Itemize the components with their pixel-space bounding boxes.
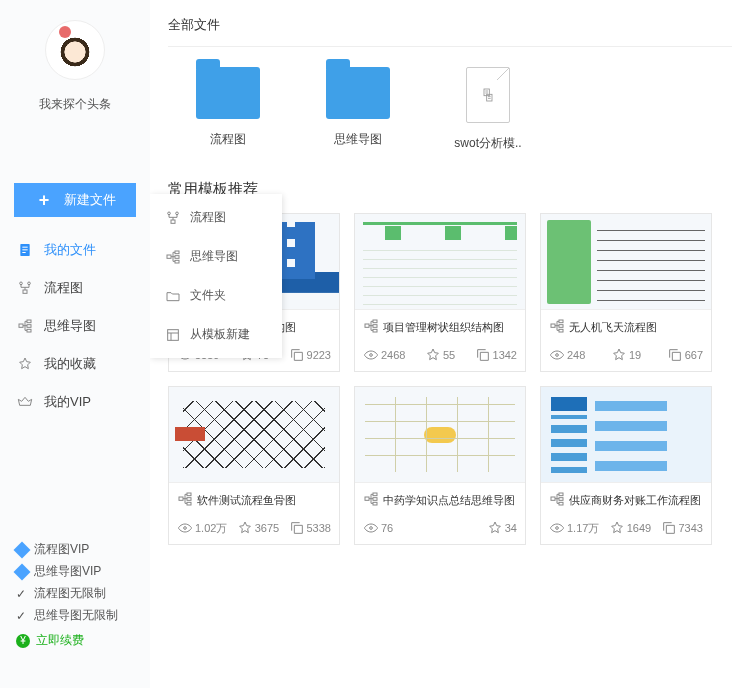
sidebar-item-2[interactable]: 思维导图 bbox=[0, 307, 150, 345]
svg-rect-43 bbox=[373, 498, 377, 501]
sidebar-item-1[interactable]: 流程图 bbox=[0, 269, 150, 307]
svg-rect-26 bbox=[365, 324, 369, 327]
svg-point-50 bbox=[556, 527, 559, 530]
nav-label: 思维导图 bbox=[44, 317, 96, 335]
sidebar-item-4[interactable]: 我的VIP bbox=[0, 383, 150, 421]
svg-point-5 bbox=[28, 282, 31, 285]
nav-label: 我的收藏 bbox=[44, 355, 96, 373]
template-card[interactable]: 中药学知识点总结思维导图7634 bbox=[354, 386, 526, 545]
copies: 667 bbox=[667, 347, 703, 363]
template-card[interactable]: 项目管理树状组织结构图2468551342 bbox=[354, 213, 526, 372]
popup-item-2[interactable]: 文件夹 bbox=[150, 276, 282, 315]
svg-rect-9 bbox=[27, 325, 31, 328]
nav-label: 我的文件 bbox=[44, 241, 96, 259]
svg-rect-7 bbox=[19, 324, 23, 327]
template-stats: 1.02万36755338 bbox=[169, 516, 339, 544]
template-thumbnail bbox=[541, 387, 711, 483]
template-card[interactable]: 无人机飞天流程图24819667 bbox=[540, 213, 712, 372]
svg-point-12 bbox=[176, 212, 179, 215]
flowchart-icon bbox=[16, 279, 34, 297]
svg-rect-28 bbox=[373, 325, 377, 328]
nav-label: 流程图 bbox=[44, 279, 83, 297]
nav-label: 我的VIP bbox=[44, 393, 91, 411]
folder-label: 流程图 bbox=[188, 131, 268, 148]
svg-rect-46 bbox=[551, 497, 555, 500]
views: 76 bbox=[363, 520, 393, 536]
likes: 3675 bbox=[237, 520, 279, 536]
avatar[interactable] bbox=[0, 10, 150, 86]
template-stats: 2468551342 bbox=[355, 343, 525, 371]
svg-rect-2 bbox=[22, 249, 27, 250]
views: 248 bbox=[549, 347, 585, 363]
template-thumbnail bbox=[355, 214, 525, 310]
flowchart-icon bbox=[164, 210, 182, 226]
folder-item[interactable]: 思维导图 bbox=[318, 67, 398, 152]
copies: 5338 bbox=[289, 520, 331, 536]
likes: 55 bbox=[425, 347, 455, 363]
svg-rect-18 bbox=[168, 329, 179, 340]
renew-button[interactable]: ¥立即续费 bbox=[16, 632, 134, 649]
svg-point-40 bbox=[184, 527, 187, 530]
svg-rect-42 bbox=[373, 493, 377, 496]
new-file-button[interactable]: + 新建文件 bbox=[14, 183, 136, 217]
template-thumbnail bbox=[355, 387, 525, 483]
star-icon bbox=[16, 355, 34, 373]
breadcrumb[interactable]: 全部文件 bbox=[168, 16, 732, 47]
template-stats: 1.17万16497343 bbox=[541, 516, 711, 544]
svg-rect-41 bbox=[365, 497, 369, 500]
crown-icon bbox=[16, 393, 34, 411]
template-card[interactable]: 软件测试流程鱼骨图1.02万36755338 bbox=[168, 386, 340, 545]
file-icon bbox=[16, 241, 34, 259]
views: 1.02万 bbox=[177, 520, 227, 536]
svg-rect-33 bbox=[559, 325, 563, 328]
svg-rect-44 bbox=[373, 502, 377, 505]
svg-rect-49 bbox=[559, 502, 563, 505]
template-icon bbox=[164, 327, 182, 343]
template-thumbnail bbox=[541, 214, 711, 310]
vip-flowchart-unlimited: 流程图无限制 bbox=[16, 585, 134, 602]
svg-rect-39 bbox=[187, 502, 191, 505]
folder-item[interactable]: swot分析模.. bbox=[448, 67, 528, 152]
folder-icon bbox=[326, 67, 390, 119]
template-card[interactable]: 供应商财务对账工作流程图1.17万16497343 bbox=[540, 386, 712, 545]
vip-flowchart: 流程图VIP bbox=[16, 541, 134, 558]
mindmap-icon bbox=[164, 249, 182, 265]
sidebar-item-3[interactable]: 我的收藏 bbox=[0, 345, 150, 383]
copies: 9223 bbox=[289, 347, 331, 363]
svg-rect-34 bbox=[559, 329, 563, 332]
popup-item-3[interactable]: 从模板新建 bbox=[150, 315, 282, 354]
svg-rect-14 bbox=[167, 255, 171, 258]
copies: 7343 bbox=[661, 520, 703, 536]
views: 2468 bbox=[363, 347, 405, 363]
folder-icon bbox=[164, 288, 182, 304]
template-title: 无人机飞天流程图 bbox=[541, 310, 711, 343]
yen-icon: ¥ bbox=[16, 634, 30, 648]
template-thumbnail bbox=[169, 387, 339, 483]
svg-point-11 bbox=[168, 212, 171, 215]
mindmap-icon bbox=[363, 491, 379, 510]
svg-rect-8 bbox=[27, 320, 31, 323]
vip-mindmap-unlimited: 思维导图无限制 bbox=[16, 607, 134, 624]
popup-item-1[interactable]: 思维导图 bbox=[150, 237, 282, 276]
svg-rect-15 bbox=[175, 251, 179, 254]
svg-rect-36 bbox=[179, 497, 183, 500]
folder-item[interactable]: 流程图 bbox=[188, 67, 268, 152]
template-title: 中药学知识点总结思维导图 bbox=[355, 483, 525, 516]
sidebar-item-0[interactable]: 我的文件 bbox=[0, 231, 150, 269]
svg-rect-38 bbox=[187, 498, 191, 501]
mindmap-icon bbox=[177, 491, 193, 510]
template-title: 项目管理树状组织结构图 bbox=[355, 310, 525, 343]
svg-rect-47 bbox=[559, 493, 563, 496]
svg-rect-48 bbox=[559, 498, 563, 501]
folder-icon bbox=[196, 67, 260, 119]
svg-rect-6 bbox=[23, 290, 27, 293]
svg-rect-17 bbox=[175, 260, 179, 263]
svg-point-4 bbox=[20, 282, 23, 285]
plus-icon: + bbox=[34, 190, 54, 210]
popup-item-0[interactable]: 流程图 bbox=[150, 198, 282, 237]
mindmap-icon bbox=[16, 317, 34, 335]
diamond-icon bbox=[14, 563, 31, 580]
svg-rect-10 bbox=[27, 329, 31, 332]
template-title: 软件测试流程鱼骨图 bbox=[169, 483, 339, 516]
folder-label: swot分析模.. bbox=[448, 135, 528, 152]
